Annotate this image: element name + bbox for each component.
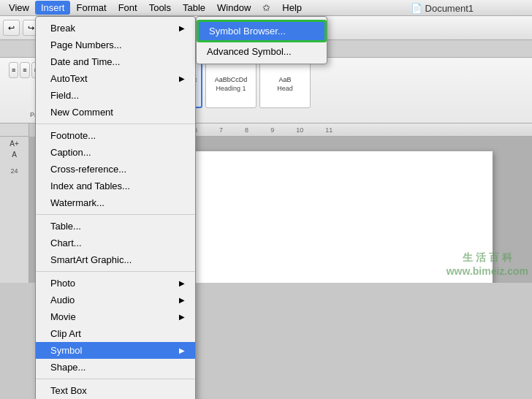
audio-label: Audio — [50, 294, 75, 305]
text-box-label: Text Box — [50, 385, 87, 396]
doc-icon: 📄 — [411, 3, 422, 14]
style-head[interactable]: AaB Head — [259, 61, 311, 108]
align-left[interactable]: ≡ — [9, 62, 18, 78]
style-h1-preview: AaBbCcDd — [215, 77, 248, 84]
footnote-label: Footnote... — [50, 130, 96, 141]
smartart-graphic-label: SmartArt Graphic... — [50, 254, 132, 265]
menu-item-photo[interactable]: Photo ▶ — [36, 275, 195, 292]
ruler-corner — [0, 123, 29, 137]
menu-view[interactable]: View — [3, 1, 35, 15]
separator-2 — [36, 214, 195, 215]
break-label: Break — [50, 23, 75, 34]
menu-item-shape[interactable]: Shape... — [36, 359, 195, 376]
menu-item-watermark[interactable]: Watermark... — [36, 194, 195, 211]
chart-label: Chart... — [50, 238, 82, 248]
doc-title-text: Document1 — [425, 3, 474, 14]
menu-window[interactable]: Window — [211, 1, 256, 15]
new-comment-label: New Comment — [50, 107, 113, 118]
sidebar-left: A+ A 24 — [0, 137, 29, 283]
page-numbers-label: Page Numbers... — [50, 39, 122, 50]
menu-item-cross-reference[interactable]: Cross-reference... — [36, 161, 195, 178]
symbol-label: Symbol — [50, 345, 82, 356]
autotext-arrow: ▶ — [179, 75, 185, 83]
watermark-menu-label: Watermark... — [50, 197, 104, 208]
menu-item-clip-art[interactable]: Clip Art — [36, 325, 195, 342]
undo-button[interactable]: ↩ — [3, 20, 20, 36]
menu-item-movie[interactable]: Movie ▶ — [36, 308, 195, 325]
menu-item-table[interactable]: Table... — [36, 218, 195, 235]
audio-arrow: ▶ — [179, 296, 185, 304]
menu-format[interactable]: Format — [70, 1, 112, 15]
menu-item-smartart-graphic[interactable]: SmartArt Graphic... — [36, 251, 195, 268]
menu-item-text-box[interactable]: Text Box — [36, 382, 195, 399]
menu-item-field[interactable]: Field... — [36, 87, 195, 104]
style-head-preview: AaB — [278, 77, 291, 84]
menu-insert[interactable]: Insert — [35, 1, 71, 15]
symbol-submenu: Symbol Browser... Advanced Symbol... — [196, 16, 327, 64]
menu-item-date-time[interactable]: Date and Time... — [36, 53, 195, 70]
break-arrow: ▶ — [179, 24, 185, 32]
autotext-label: AutoText — [50, 73, 88, 84]
menu-item-page-numbers[interactable]: Page Numbers... — [36, 37, 195, 53]
menu-item-caption[interactable]: Caption... — [36, 144, 195, 161]
submenu-item-symbol-browser[interactable]: Symbol Browser... — [199, 22, 324, 40]
shape-label: Shape... — [50, 362, 86, 373]
style-heading1[interactable]: AaBbCcDd Heading 1 — [205, 61, 256, 108]
symbol-browser-label: Symbol Browser... — [209, 26, 286, 37]
separator-3 — [36, 271, 195, 272]
menu-item-break[interactable]: Break ▶ — [36, 20, 195, 37]
submenu-item-advanced-symbol[interactable]: Advanced Symbol... — [197, 42, 327, 61]
style-head-label: Head — [277, 85, 293, 92]
sidebar-number: 24 — [10, 167, 18, 175]
menu-item-footnote[interactable]: Footnote... — [36, 127, 195, 144]
font-size-display: A+ — [10, 140, 19, 148]
symbol-browser-highlight: Symbol Browser... — [197, 20, 327, 42]
field-label: Field... — [50, 90, 79, 101]
menu-help: ✩ — [256, 1, 276, 15]
symbol-arrow: ▶ — [179, 346, 185, 354]
menu-item-index-tables[interactable]: Index and Tables... — [36, 178, 195, 194]
align-center[interactable]: ≡ — [20, 62, 29, 78]
font-size-small: A — [12, 151, 17, 159]
separator-4 — [36, 379, 195, 379]
document-title-area: 📄 Document1 — [411, 3, 474, 14]
photo-arrow: ▶ — [179, 279, 185, 287]
menu-item-symbol[interactable]: Symbol ▶ — [36, 342, 195, 359]
cross-reference-label: Cross-reference... — [50, 164, 126, 175]
movie-label: Movie — [50, 311, 76, 322]
movie-arrow: ▶ — [179, 313, 185, 321]
separator-1 — [36, 123, 195, 124]
menu-item-chart[interactable]: Chart... — [36, 235, 195, 251]
caption-label: Caption... — [50, 147, 91, 158]
menu-item-new-comment[interactable]: New Comment — [36, 104, 195, 121]
menu-tools[interactable]: Tools — [143, 1, 177, 15]
table-label: Table... — [50, 221, 81, 232]
menu-item-audio[interactable]: Audio ▶ — [36, 292, 195, 308]
menu-help-label[interactable]: Help — [276, 1, 308, 15]
date-time-label: Date and Time... — [50, 56, 120, 67]
menu-font[interactable]: Font — [113, 1, 143, 15]
advanced-symbol-label: Advanced Symbol... — [207, 46, 292, 57]
menubar: View Insert Format Font Tools Table Wind… — [0, 0, 532, 16]
index-tables-label: Index and Tables... — [50, 180, 130, 191]
clip-art-label: Clip Art — [50, 328, 81, 339]
style-h1-label: Heading 1 — [216, 85, 246, 92]
insert-dropdown-menu: Break ▶ Page Numbers... Date and Time...… — [35, 16, 196, 399]
menu-table[interactable]: Table — [177, 1, 211, 15]
menu-item-autotext[interactable]: AutoText ▶ — [36, 70, 195, 87]
photo-label: Photo — [50, 278, 75, 289]
